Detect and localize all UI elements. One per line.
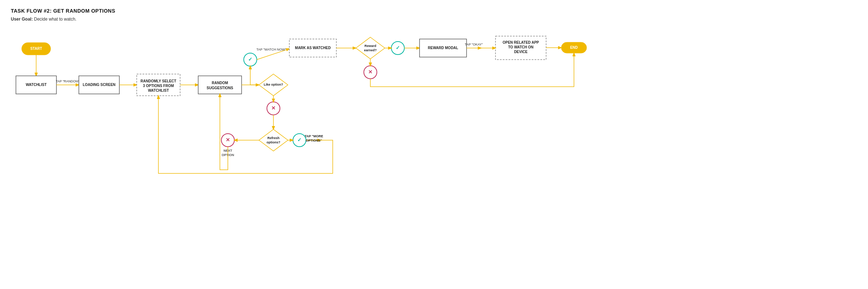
randomly-select-label-3: WATCHLIST <box>148 89 169 92</box>
tap-okay-edge: TAP "OKAY" <box>465 43 483 46</box>
tap-watch-now-label-edge: TAP "WATCH NOW" <box>256 48 286 51</box>
refresh-options-label-1: Refresh <box>267 136 280 140</box>
randomly-select-label-1: RANDOMLY SELECT <box>141 79 176 83</box>
svg-text:✕: ✕ <box>271 105 276 111</box>
open-related-app-label-3: DEVICE <box>514 50 528 54</box>
reward-earned-node <box>356 37 385 59</box>
like-option-label: Like option? <box>264 83 283 86</box>
svg-text:✓: ✓ <box>396 45 400 51</box>
start-label: START <box>30 47 42 51</box>
mark-as-watched-label: MARK AS WATCHED <box>295 46 331 50</box>
end-label: END <box>570 46 578 49</box>
refresh-options-label-2: options? <box>267 141 280 144</box>
tap-random-label: TAP "RANDOM" <box>56 79 80 83</box>
reward-earned-label-1: Reward <box>365 44 376 48</box>
refresh-options-node <box>259 129 288 151</box>
reward-earned-label-2: earned? <box>364 48 376 52</box>
svg-text:✓: ✓ <box>297 137 302 143</box>
random-suggestions-label-1: RANDOM <box>212 81 228 85</box>
svg-text:✓: ✓ <box>248 56 252 62</box>
random-suggestions-label-2: SUGGESTIONS <box>207 86 233 90</box>
svg-text:✕: ✕ <box>368 69 373 75</box>
watchlist-label: WATCHLIST <box>26 83 47 87</box>
random-suggestions-node <box>198 76 242 94</box>
tap-more-options-edge2: OPTIONS" <box>306 139 322 142</box>
open-related-app-label-2: TO WATCH ON <box>508 45 533 49</box>
tap-more-options-edge: TAP "MORE <box>305 134 323 138</box>
randomly-select-label-2: 3 OPTIONS FROM <box>143 84 174 88</box>
flowchart: START WATCHLIST TAP "RANDOM" LOADING SCR… <box>0 0 868 289</box>
svg-text:✕: ✕ <box>226 137 230 143</box>
reward-modal-label: REWARD MODAL <box>428 46 458 50</box>
loading-screen-label: LOADING SCREEN <box>83 83 116 87</box>
open-related-app-label-1: OPEN RELATED APP <box>503 40 539 44</box>
